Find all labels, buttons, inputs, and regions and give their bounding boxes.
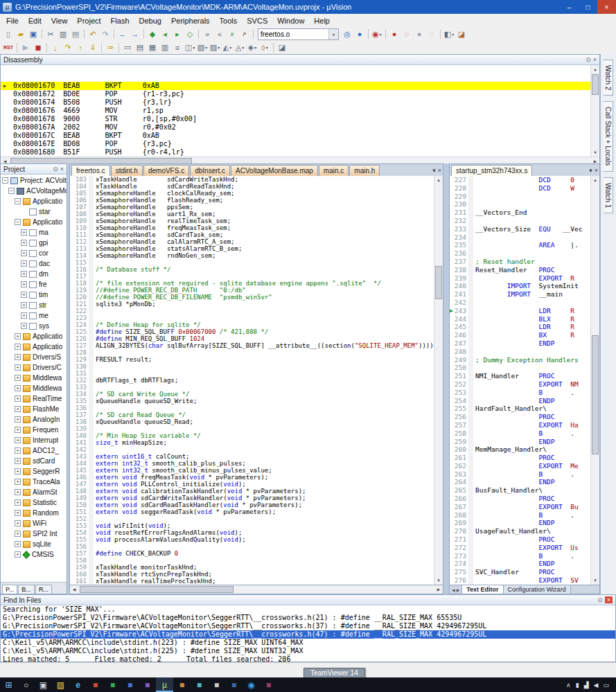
serial-window-icon[interactable]: ▨▾ — [209, 42, 221, 53]
code-line[interactable]: 262 EXPORT Me — [450, 462, 591, 470]
code-line[interactable]: 275SVC_Handler PROC — [450, 568, 591, 576]
step-over-icon[interactable]: ↷ — [62, 42, 74, 53]
expand-icon[interactable]: + — [15, 427, 21, 433]
code-line[interactable]: 154void resetRefErrorFlagsAndAlarms(void… — [70, 529, 434, 536]
scroll-thumb[interactable] — [592, 335, 599, 454]
tab-acvoltagemonbase-map[interactable]: ACVoltageMonBase.map — [231, 165, 318, 176]
code-line[interactable]: 104xTaskHandle sdCardReadTaskHnd; — [70, 183, 434, 190]
tray-expand-icon[interactable]: ∧ — [566, 682, 571, 689]
code-line[interactable]: 126#define MIN_REQ_SQL_BUFF 1024 — [70, 335, 434, 342]
tree-item[interactable]: +TraceAla — [1, 477, 67, 487]
window-layout-icon[interactable]: ◧▾ — [443, 28, 455, 39]
code-line[interactable]: 269 ENDP — [450, 519, 591, 527]
code-line[interactable]: 273 B . — [450, 552, 591, 560]
disassembly-line[interactable]: 0x08001676 4669 MOV r1,sp — [1, 107, 591, 115]
scroll-down-icon[interactable]: ▼ — [434, 576, 443, 585]
tree-item[interactable]: +tim — [1, 290, 67, 300]
tree-item[interactable]: +str — [1, 300, 67, 310]
code-line[interactable]: 246 BX R — [450, 331, 591, 339]
code-line[interactable]: 116/* Database stuff */ — [70, 266, 434, 273]
tree-item[interactable]: +fre — [1, 279, 67, 290]
code-line[interactable]: 253 B . — [450, 389, 591, 397]
command-window-icon[interactable]: ▭ — [121, 42, 134, 53]
uvision-icon[interactable]: µ — [156, 677, 173, 692]
collapse-icon[interactable]: − — [8, 188, 15, 194]
code-line[interactable]: 150extern void sdCardReadTaskHandler(voi… — [70, 502, 434, 508]
disassembly-line[interactable]: 0x08001680 B51F PUSH {r0-r4,lr} — [1, 148, 591, 157]
tab-main-h[interactable]: main.h — [349, 165, 380, 176]
code-line[interactable]: 131 — [70, 370, 434, 377]
paste-icon[interactable]: ▤ — [69, 28, 82, 39]
find-icon[interactable]: ● — [353, 28, 366, 39]
disassembly-vscrollbar[interactable]: ▲ ▼ — [590, 65, 599, 157]
find-result-line[interactable]: G:\PrecisionPowerSPI_V2\Firmware\ACVolta… — [1, 614, 615, 622]
disassembly-line[interactable]: 0x08001674 B508 PUSH {r3,lr} — [1, 98, 591, 107]
collapse-icon[interactable]: − — [2, 177, 8, 184]
comment-icon[interactable]: // — [226, 28, 238, 39]
code-line[interactable]: 261 PROC — [450, 454, 591, 462]
expand-icon[interactable]: + — [15, 489, 21, 495]
copy-icon[interactable]: ▥ — [57, 28, 69, 39]
navigate-back-icon[interactable]: ← — [116, 28, 129, 39]
code-line[interactable]: 127ALIGN_32BYTES(char sqlBufArray[SIZE_S… — [70, 342, 434, 349]
code-line[interactable]: 244 BLX R — [450, 315, 591, 323]
find-result-line[interactable]: G:\PrecisionPowerSPI_V2\Firmware\ACVolta… — [1, 622, 615, 630]
code-line[interactable]: 254 ENDP — [450, 397, 591, 405]
code-line[interactable]: 243 LDR R — [450, 307, 591, 315]
step-into-icon[interactable]: ↓ — [49, 42, 62, 53]
scroll-thumb[interactable] — [435, 266, 442, 299]
tree-item[interactable]: +dac — [1, 258, 67, 269]
code-line[interactable]: 274 ENDP — [450, 560, 591, 568]
expand-icon[interactable]: + — [21, 323, 27, 329]
project-bottom-tab[interactable]: B... — [18, 585, 35, 594]
code-line[interactable]: 108xSemaphoreHandle uart1_Rx_sem; — [70, 211, 434, 218]
code-line[interactable]: 153void wiFiInit(void); — [70, 522, 434, 529]
code-line[interactable]: 137/* SD card Read Queue */ — [70, 411, 434, 418]
show-next-statement-icon[interactable]: ⇒ — [104, 42, 116, 53]
menu-window[interactable]: Window — [272, 17, 309, 25]
code-line[interactable]: 148extern void calibrationTaskHandler(vo… — [70, 488, 434, 495]
tab-startup-stm32h743xx-s[interactable]: startup_stm32h743xx.s — [451, 165, 532, 176]
tree-item[interactable]: +ADC12_ — [1, 445, 67, 456]
pin-icon[interactable]: ⊙ — [53, 166, 58, 172]
cut-icon[interactable]: ✂ — [44, 28, 57, 39]
expand-icon[interactable]: + — [15, 396, 21, 402]
outdent-icon[interactable]: « — [213, 28, 226, 39]
code-line[interactable]: 144extern int32_t smooth_calib_plus_puls… — [70, 460, 434, 467]
doc-mode-tab[interactable]: Configuration Wizard — [504, 585, 571, 594]
disassembly-window-icon[interactable]: ▤ — [134, 42, 146, 53]
code-line[interactable]: 250 — [450, 364, 591, 372]
expand-icon[interactable]: + — [15, 416, 21, 423]
close-panel-icon[interactable]: × — [60, 166, 64, 172]
code-line[interactable]: 133 — [70, 384, 434, 391]
system-viewer-icon[interactable]: ◈▾ — [246, 42, 258, 53]
code-line[interactable]: 251NMI_Handler PROC — [450, 372, 591, 380]
project-bottom-tab[interactable]: P... — [2, 585, 17, 594]
expand-icon[interactable]: + — [15, 375, 21, 381]
code-line[interactable]: 139 — [70, 425, 434, 432]
code-line[interactable]: 265BusFault_Handler\ — [450, 486, 591, 495]
tree-item[interactable]: +WiFi — [1, 518, 67, 529]
code-line[interactable]: 142 — [70, 446, 434, 453]
code-line[interactable]: 239 EXPORT R — [450, 274, 591, 283]
side-tab-watch-2[interactable]: Watch 2 — [604, 60, 613, 96]
code-line[interactable]: 155void processAlarmValuesAndQuality(voi… — [70, 536, 434, 543]
network-icon[interactable]: ▟ — [584, 682, 589, 689]
expand-icon[interactable]: + — [15, 468, 21, 474]
task-view-icon[interactable]: ▣ — [35, 677, 52, 692]
trace-window-icon[interactable]: ◬▾ — [234, 42, 246, 53]
app-icon-6[interactable]: ■ — [191, 677, 208, 692]
tree-item[interactable]: +AlarmSt — [1, 487, 67, 497]
code-line[interactable]: 134/* SD card Write Queue */ — [70, 391, 434, 398]
code-line[interactable]: 276 EXPORT SV — [450, 576, 591, 585]
indent-icon[interactable]: » — [201, 28, 213, 39]
tree-item[interactable]: +Applicatio — [1, 331, 67, 341]
code-editor[interactable]: 227 DCD 0228 DCD W229230231__Vectors_End… — [449, 176, 600, 585]
code-line[interactable]: 241 IMPORT __main — [450, 290, 591, 299]
doc-mode-tab[interactable]: Text Editor — [462, 585, 503, 594]
code-line[interactable]: 260MemManage_Handler\ — [450, 445, 591, 454]
code-line[interactable]: 268 B . — [450, 511, 591, 520]
code-line[interactable]: 240 IMPORT SystemInit — [450, 282, 591, 290]
find-result-line[interactable]: C:\Keil_v5\ARM\ARMCC\include\stdint.h(22… — [1, 647, 615, 655]
expand-icon[interactable]: + — [21, 240, 27, 246]
